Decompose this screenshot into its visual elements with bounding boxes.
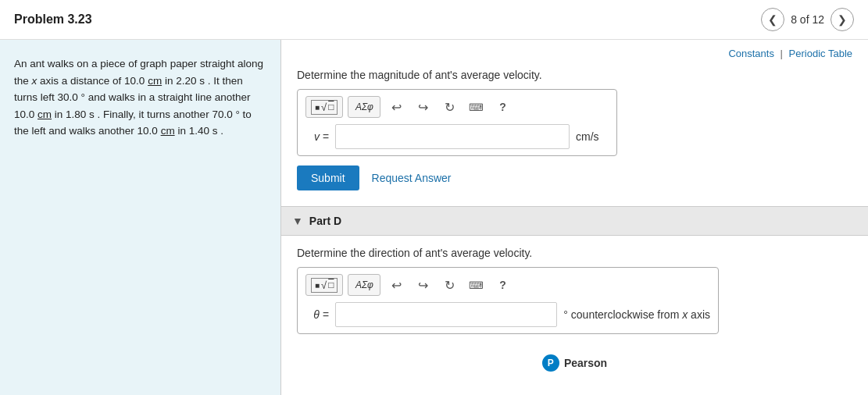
refresh-button-d[interactable]: ↻ — [438, 274, 460, 296]
main-layout: An ant walks on a piece of graph paper s… — [0, 40, 868, 395]
radical-button-c[interactable]: ■ √□ — [305, 96, 343, 118]
answer-unit-d: ° counterclockwise from x axis — [563, 308, 710, 321]
page-indicator: 8 of 12 — [791, 13, 824, 26]
pearson-footer: P Pearson — [297, 350, 852, 376]
refresh-button-c[interactable]: ↻ — [438, 96, 460, 118]
answer-label-d: θ = — [305, 308, 329, 321]
keyboard-button-c[interactable]: ⌨ — [465, 96, 487, 118]
periodic-table-link[interactable]: Periodic Table — [789, 48, 852, 59]
next-button[interactable]: ❯ — [830, 8, 854, 31]
asf-button-d[interactable]: ΑΣφ — [348, 274, 380, 296]
pearson-brand: Pearson — [564, 357, 607, 369]
help-button-c[interactable]: ? — [491, 96, 513, 118]
part-d-label: Part D — [309, 215, 341, 227]
eq-toolbar-c: ■ √□ ΑΣφ ↩ ↪ ↻ ⌨ ? — [305, 96, 609, 118]
pearson-logo-letter: P — [548, 358, 554, 368]
answer-row-c: v = cm/s — [305, 124, 609, 149]
answer-unit-c: cm/s — [576, 130, 599, 143]
problem-panel: An ant walks on a piece of graph paper s… — [0, 40, 281, 395]
eq-editor-box-c: ■ √□ ΑΣφ ↩ ↪ ↻ ⌨ ? v = cm/s — [297, 89, 617, 156]
answer-label-c: v = — [305, 130, 329, 143]
part-d-arrow: ▼ — [292, 215, 303, 227]
prev-button[interactable]: ❮ — [761, 8, 784, 31]
answer-input-c[interactable] — [335, 124, 570, 149]
undo-button-c[interactable]: ↩ — [385, 96, 407, 118]
problem-title: Problem 3.23 — [14, 12, 92, 27]
top-links: Constants | Periodic Table — [297, 48, 852, 59]
part-d-header: ▼ Part D — [281, 206, 868, 236]
radical-button-d[interactable]: ■ √□ — [305, 274, 343, 296]
nav-controls: ❮ 8 of 12 ❯ — [761, 8, 854, 31]
request-answer-link-c[interactable]: Request Answer — [372, 172, 452, 184]
keyboard-button-d[interactable]: ⌨ — [465, 274, 487, 296]
part-d-question: Determine the direction of ant's average… — [297, 247, 852, 259]
undo-button-d[interactable]: ↩ — [385, 274, 407, 296]
part-d-section: Determine the direction of ant's average… — [297, 247, 852, 334]
constants-link[interactable]: Constants — [728, 48, 774, 59]
link-separator: | — [780, 48, 783, 59]
redo-button-d[interactable]: ↪ — [412, 274, 434, 296]
redo-button-c[interactable]: ↪ — [412, 96, 434, 118]
eq-editor-box-d: ■ √□ ΑΣφ ↩ ↪ ↻ ⌨ ? θ = ° counterclockwis… — [297, 267, 719, 334]
pearson-logo: P — [542, 354, 559, 372]
problem-text: An ant walks on a piece of graph paper s… — [14, 55, 266, 140]
submit-button-c[interactable]: Submit — [297, 165, 359, 190]
right-panel: Constants | Periodic Table Determine the… — [281, 40, 868, 395]
part-c-section: Determine the magnitude of ant's average… — [297, 69, 852, 190]
header: Problem 3.23 ❮ 8 of 12 ❯ — [0, 0, 868, 40]
help-button-d[interactable]: ? — [491, 274, 513, 296]
asf-button-c[interactable]: ΑΣφ — [348, 96, 380, 118]
submit-row-c: Submit Request Answer — [297, 165, 852, 190]
answer-row-d: θ = ° counterclockwise from x axis — [305, 302, 710, 327]
part-c-question: Determine the magnitude of ant's average… — [297, 69, 852, 81]
answer-input-d[interactable] — [335, 302, 557, 327]
eq-toolbar-d: ■ √□ ΑΣφ ↩ ↪ ↻ ⌨ ? — [305, 274, 710, 296]
